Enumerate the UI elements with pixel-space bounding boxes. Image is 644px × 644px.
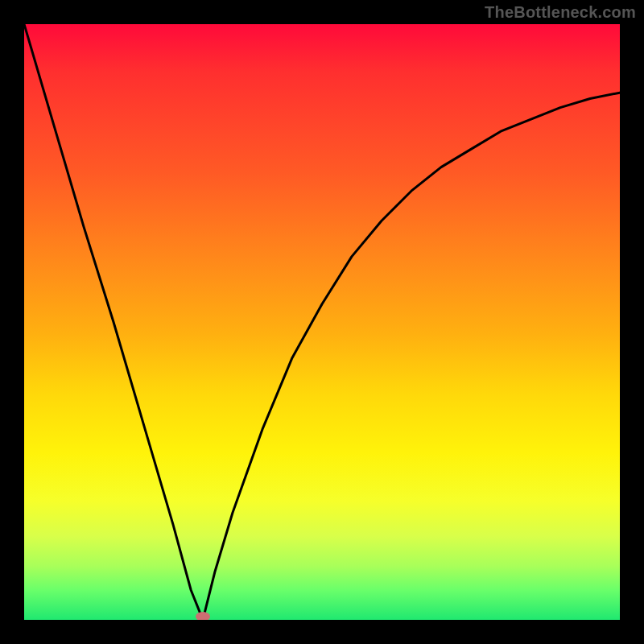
curve-right-branch: [203, 93, 620, 620]
credit-label: TheBottleneck.com: [485, 3, 636, 22]
chart-frame: TheBottleneck.com: [0, 0, 644, 644]
curve-left-branch: [24, 24, 203, 620]
plot-area: [24, 24, 620, 620]
curve-layer: [24, 24, 620, 620]
minimum-marker-icon: [196, 612, 210, 620]
